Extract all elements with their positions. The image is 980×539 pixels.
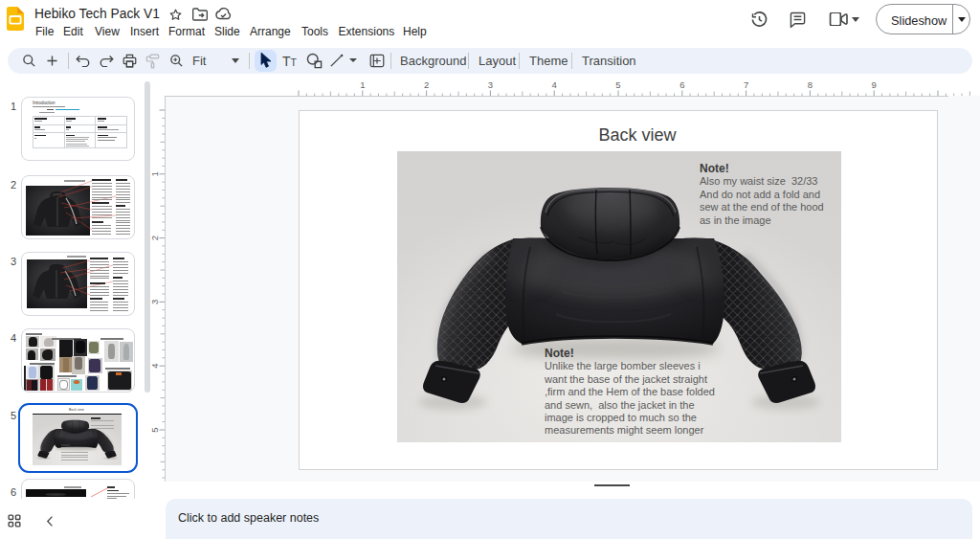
svg-text:8: 8 — [808, 79, 813, 90]
svg-text:2: 2 — [149, 236, 160, 240]
svg-text:1: 1 — [149, 171, 160, 176]
svg-text:4: 4 — [149, 364, 160, 369]
svg-text:2: 2 — [424, 79, 429, 90]
svg-text:6: 6 — [679, 79, 684, 90]
svg-text:7: 7 — [744, 79, 748, 90]
svg-text:4: 4 — [552, 79, 557, 90]
svg-text:1: 1 — [360, 79, 365, 90]
svg-text:5: 5 — [615, 79, 620, 90]
svg-text:3: 3 — [488, 79, 493, 90]
svg-text:3: 3 — [149, 300, 160, 304]
svg-text:9: 9 — [872, 79, 877, 90]
svg-text:5: 5 — [149, 427, 160, 432]
